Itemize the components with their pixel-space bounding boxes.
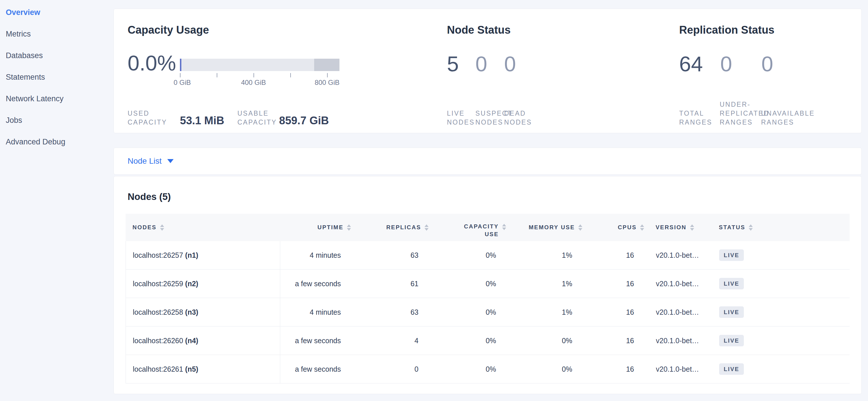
live-nodes-value: 5 xyxy=(447,54,475,75)
sort-icon xyxy=(160,224,164,231)
memory-use-cell: 1% xyxy=(498,308,574,316)
nodes-table-body: localhost:26257 (n1) 4 minutes 63 0% 1% … xyxy=(126,241,849,383)
status-badge: LIVE xyxy=(719,278,744,289)
table-row[interactable]: localhost:26260 (n4) a few seconds 4 0% … xyxy=(126,326,849,355)
column-header-status[interactable]: STATUS xyxy=(717,224,849,231)
cpus-cell: 16 xyxy=(574,365,636,373)
uptime-cell: 4 minutes xyxy=(280,251,343,259)
column-header-uptime[interactable]: UPTIME xyxy=(280,224,351,231)
replication-labels: TOTAL RANGES UNDER- REPLICATED RANGES UN… xyxy=(679,100,815,127)
axis-label-0: 0 GiB xyxy=(174,79,191,87)
node-address-link[interactable]: localhost:26261 (n5) xyxy=(133,365,198,373)
capacity-stats: USED CAPACITY 53.1 MiB USABLE CAPACITY 8… xyxy=(128,109,329,127)
column-header-cpus[interactable]: CPUS xyxy=(574,224,644,231)
suspect-nodes-label: SUSPECT NODES xyxy=(475,109,504,127)
axis-label-800: 800 GiB xyxy=(315,79,340,87)
suspect-nodes-value: 0 xyxy=(475,54,504,75)
table-row[interactable]: localhost:26258 (n3) 4 minutes 63 0% 1% … xyxy=(126,298,849,326)
uptime-cell: a few seconds xyxy=(280,337,343,345)
nodes-table-title: Nodes (5) xyxy=(128,191,171,202)
column-header-replicas[interactable]: REPLICAS xyxy=(342,224,429,231)
used-capacity-label: USED CAPACITY xyxy=(128,109,180,127)
total-ranges-label: TOTAL RANGES xyxy=(679,109,720,127)
memory-use-cell: 0% xyxy=(498,365,574,373)
capacity-usage-title: Capacity Usage xyxy=(128,24,209,36)
version-cell: v20.1.0-bet… xyxy=(636,308,718,316)
sidebar-item-overview[interactable]: Overview xyxy=(0,2,114,23)
node-status-title: Node Status xyxy=(447,24,511,36)
capacity-use-cell: 0% xyxy=(420,308,498,316)
node-address-link[interactable]: localhost:26260 (n4) xyxy=(133,337,198,345)
replication-status-title: Replication Status xyxy=(679,24,775,36)
uptime-cell: a few seconds xyxy=(280,280,343,288)
capacity-use-cell: 0% xyxy=(420,280,498,288)
cpus-cell: 16 xyxy=(574,280,636,288)
capacity-bar-used-marker xyxy=(180,59,181,71)
nodes-table-card: Nodes (5) NODES UPTIME REPLICAS CAPACI xyxy=(114,176,862,394)
table-row[interactable]: localhost:26257 (n1) 4 minutes 63 0% 1% … xyxy=(126,241,849,269)
sidebar-item-advanced-debug[interactable]: Advanced Debug xyxy=(0,131,114,153)
capacity-bar-other-segment xyxy=(314,59,339,71)
used-capacity-value: 53.1 MiB xyxy=(180,114,236,127)
column-header-memory-use[interactable]: MEMORY USE xyxy=(498,224,582,231)
version-cell: v20.1.0-bet… xyxy=(636,251,718,259)
status-badge: LIVE xyxy=(719,306,744,318)
capacity-usage-section: Capacity Usage 0.0% 0 GiB 400 GiB 8 xyxy=(128,9,450,133)
column-header-nodes[interactable]: NODES xyxy=(126,224,280,231)
main-content: Capacity Usage 0.0% 0 GiB 400 GiB 8 xyxy=(114,0,862,394)
sort-icon xyxy=(690,224,694,231)
version-cell: v20.1.0-bet… xyxy=(636,280,718,288)
cpus-cell: 16 xyxy=(574,308,636,316)
replication-values: 64 0 0 xyxy=(679,54,773,75)
node-status-values: 5 0 0 xyxy=(447,54,516,75)
node-address-link[interactable]: localhost:26259 (n2) xyxy=(133,280,198,288)
column-header-capacity-use[interactable]: CAPACITY USE xyxy=(420,217,506,238)
status-badge: LIVE xyxy=(719,363,744,375)
capacity-axis-labels: 0 GiB 400 GiB 800 GiB xyxy=(180,79,328,87)
replicas-cell: 0 xyxy=(343,365,420,373)
sidebar-item-databases[interactable]: Databases xyxy=(0,45,114,66)
nodes-table-header: NODES UPTIME REPLICAS CAPACITY USE xyxy=(126,214,849,241)
cluster-summary-card: Capacity Usage 0.0% 0 GiB 400 GiB 8 xyxy=(114,9,862,133)
version-cell: v20.1.0-bet… xyxy=(636,365,718,373)
sidebar-item-network-latency[interactable]: Network Latency xyxy=(0,88,114,110)
status-badge: LIVE xyxy=(719,335,744,346)
replicas-cell: 63 xyxy=(343,308,420,316)
memory-use-cell: 0% xyxy=(498,337,574,345)
sidebar-item-metrics[interactable]: Metrics xyxy=(0,23,114,45)
node-list-dropdown-label: Node List xyxy=(128,156,161,166)
sidebar-item-statements[interactable]: Statements xyxy=(0,66,114,88)
sidebar-item-jobs[interactable]: Jobs xyxy=(0,110,114,131)
dead-nodes-value: 0 xyxy=(504,54,516,75)
dead-nodes-label: DEAD NODES xyxy=(504,109,532,127)
node-address-link[interactable]: localhost:26258 (n3) xyxy=(133,308,198,316)
table-row[interactable]: localhost:26259 (n2) a few seconds 61 0%… xyxy=(126,269,849,298)
capacity-axis-ticks xyxy=(180,73,328,78)
chevron-down-icon xyxy=(167,159,174,163)
total-ranges-value: 64 xyxy=(679,54,720,75)
uptime-cell: 4 minutes xyxy=(280,308,343,316)
under-replicated-ranges-value: 0 xyxy=(720,54,762,75)
capacity-used-percent: 0.0% xyxy=(128,53,176,74)
column-header-version[interactable]: VERSION xyxy=(636,224,717,231)
capacity-use-cell: 0% xyxy=(420,337,498,345)
node-status-labels: LIVE NODES SUSPECT NODES DEAD NODES xyxy=(447,109,532,127)
node-address-link[interactable]: localhost:26257 (n1) xyxy=(133,251,198,259)
node-list-dropdown[interactable]: Node List xyxy=(128,148,174,174)
cpus-cell: 16 xyxy=(574,251,636,259)
unavailable-ranges-value: 0 xyxy=(762,54,773,75)
usable-capacity-value: 859.7 GiB xyxy=(279,114,329,127)
uptime-cell: a few seconds xyxy=(280,365,343,373)
capacity-bar-chart: 0 GiB 400 GiB 800 GiB xyxy=(180,59,341,87)
sort-icon xyxy=(749,224,753,231)
live-nodes-label: LIVE NODES xyxy=(447,109,475,127)
table-row[interactable]: localhost:26261 (n5) a few seconds 0 0% … xyxy=(126,355,849,383)
axis-label-400: 400 GiB xyxy=(241,79,266,87)
memory-use-cell: 1% xyxy=(498,251,574,259)
capacity-bar xyxy=(180,59,339,71)
memory-use-cell: 1% xyxy=(498,280,574,288)
capacity-use-cell: 0% xyxy=(420,251,498,259)
sidebar: Overview Metrics Databases Statements Ne… xyxy=(0,0,114,401)
unavailable-ranges-label: UNAVAILABLE RANGES xyxy=(761,109,815,127)
status-badge: LIVE xyxy=(719,250,744,261)
